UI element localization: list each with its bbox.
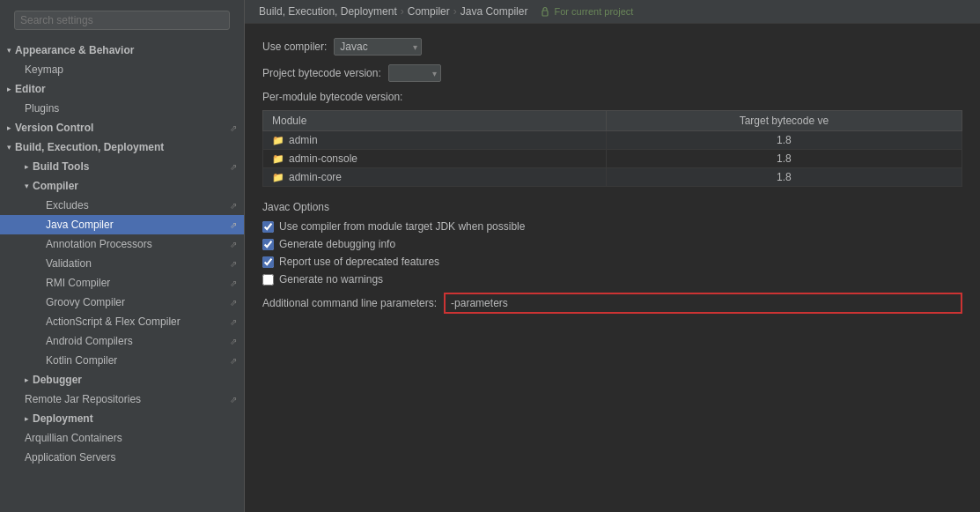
breadcrumb-separator-2: › (453, 5, 457, 18)
sidebar-item-application-servers[interactable]: Application Servers (0, 448, 244, 467)
external-icon: ⇗ (230, 395, 237, 404)
chevron-down-icon (7, 46, 11, 55)
checkbox-row-generate-no-warnings: Generate no warnings (262, 273, 962, 286)
sidebar-item-appearance-behavior[interactable]: Appearance & Behavior (0, 41, 244, 60)
use-compiler-label: Use compiler: (262, 41, 327, 53)
table-cell-module: 📁admin-console (263, 150, 607, 168)
sidebar-item-arquillian-containers[interactable]: Arquillian Containers (0, 428, 244, 448)
for-project-label: For current project (540, 6, 633, 17)
external-icon: ⇗ (230, 240, 237, 249)
chevron-down-icon (25, 182, 29, 190)
table-header-target: Target bytecode ve (606, 111, 962, 131)
external-icon: ⇗ (230, 259, 237, 269)
table-cell-module: 📁admin-core (263, 168, 607, 187)
sidebar-item-rmi-compiler[interactable]: RMI Compiler ⇗ (0, 273, 244, 293)
sidebar-item-actionscript-flex[interactable]: ActionScript & Flex Compiler ⇗ (0, 312, 244, 331)
external-icon: ⇗ (230, 201, 237, 211)
chevron-right-icon (25, 414, 29, 423)
checkbox-label-generate-debugging: Generate debugging info (279, 238, 395, 250)
chevron-right-icon (7, 123, 11, 132)
chevron-down-icon (7, 143, 11, 152)
main-content: Build, Execution, Deployment › Compiler … (245, 0, 980, 512)
table-cell-target: 1.8 (606, 150, 962, 168)
project-bytecode-row: Project bytecode version: (262, 64, 962, 82)
additional-params-input[interactable] (444, 293, 962, 314)
table-cell-target: 1.8 (606, 168, 962, 187)
module-icon: 📁 (272, 135, 284, 145)
bytecode-select[interactable] (388, 64, 441, 82)
external-icon: ⇗ (230, 162, 237, 172)
table-row: 📁admin-console 1.8 (263, 150, 962, 168)
module-icon: 📁 (272, 153, 284, 164)
external-icon: ⇗ (230, 337, 237, 346)
external-icon: ⇗ (230, 123, 237, 133)
table-row: 📁admin 1.8 (263, 131, 962, 150)
breadcrumb-separator-1: › (401, 5, 404, 18)
breadcrumb: Build, Execution, Deployment › Compiler … (245, 0, 980, 24)
sidebar-item-android-compilers[interactable]: Android Compilers ⇗ (0, 331, 244, 351)
checkbox-row-generate-debugging: Generate debugging info (262, 238, 962, 250)
external-icon: ⇗ (230, 356, 237, 366)
sidebar-item-version-control[interactable]: Version Control ⇗ (0, 118, 244, 137)
compiler-select-wrapper[interactable]: Javac (334, 38, 422, 56)
sidebar-item-build-tools[interactable]: Build Tools ⇗ (0, 157, 244, 176)
sidebar-item-excludes[interactable]: Excludes ⇗ (0, 196, 244, 215)
sidebar-item-validation[interactable]: Validation ⇗ (0, 254, 244, 273)
sidebar-item-annotation-processors[interactable]: Annotation Processors ⇗ (0, 234, 244, 254)
svg-rect-0 (542, 11, 548, 16)
sidebar-item-editor[interactable]: Editor (0, 79, 244, 99)
external-icon: ⇗ (230, 298, 237, 308)
checkbox-generate-debugging[interactable] (262, 239, 274, 250)
settings-sidebar: Appearance & Behavior Keymap Editor Plug… (0, 0, 245, 512)
javac-options-heading: Javac Options (262, 201, 962, 213)
external-icon: ⇗ (230, 278, 237, 288)
settings-content: Use compiler: Javac Project bytecode ver… (245, 24, 980, 512)
table-cell-target: 1.8 (606, 131, 962, 150)
sidebar-item-kotlin-compiler[interactable]: Kotlin Compiler ⇗ (0, 351, 244, 370)
bytecode-select-wrapper[interactable] (388, 64, 441, 82)
checkbox-row-use-compiler-module: Use compiler from module target JDK when… (262, 220, 962, 233)
breadcrumb-segment-1: Build, Execution, Deployment (259, 5, 397, 18)
table-header-module: Module (263, 111, 607, 131)
checkbox-label-generate-no-warnings: Generate no warnings (279, 273, 383, 286)
sidebar-item-compiler[interactable]: Compiler (0, 176, 244, 196)
sidebar-item-debugger[interactable]: Debugger (0, 370, 244, 390)
checkbox-report-deprecated[interactable] (262, 256, 274, 268)
per-module-label: Per-module bytecode version: (262, 91, 962, 103)
checkbox-use-compiler-module[interactable] (262, 221, 274, 233)
search-input[interactable] (14, 11, 230, 30)
project-bytecode-label: Project bytecode version: (262, 67, 381, 79)
checkbox-row-report-deprecated: Report use of deprecated features (262, 256, 962, 268)
table-row: 📁admin-core 1.8 (263, 168, 962, 187)
additional-params-row: Additional command line parameters: (262, 293, 962, 314)
table-cell-module: 📁admin (263, 131, 607, 150)
sidebar-item-java-compiler[interactable]: Java Compiler ⇗ (0, 215, 244, 234)
checkbox-generate-no-warnings[interactable] (262, 274, 274, 286)
checkboxes-container: Use compiler from module target JDK when… (262, 220, 962, 286)
chevron-right-icon (25, 162, 29, 171)
module-icon: 📁 (272, 172, 284, 182)
external-icon: ⇗ (230, 220, 237, 230)
use-compiler-row: Use compiler: Javac (262, 38, 962, 56)
sidebar-item-build-execution-deployment[interactable]: Build, Execution, Deployment (0, 137, 244, 157)
additional-params-label: Additional command line parameters: (262, 297, 437, 309)
breadcrumb-segment-2: Compiler (408, 5, 450, 18)
lock-icon (540, 6, 550, 17)
sidebar-item-groovy-compiler[interactable]: Groovy Compiler ⇗ (0, 293, 244, 312)
external-icon: ⇗ (230, 317, 237, 327)
chevron-right-icon (25, 375, 29, 384)
sidebar-item-plugins[interactable]: Plugins (0, 99, 244, 118)
sidebar-item-remote-jar-repositories[interactable]: Remote Jar Repositories ⇗ (0, 390, 244, 409)
checkbox-label-report-deprecated: Report use of deprecated features (279, 256, 439, 268)
sidebar-item-keymap[interactable]: Keymap (0, 60, 244, 79)
sidebar-item-deployment[interactable]: Deployment (0, 409, 244, 428)
compiler-select[interactable]: Javac (334, 38, 422, 56)
module-table: Module Target bytecode ve 📁admin 1.8 📁ad… (262, 110, 962, 187)
checkbox-label-use-compiler-module: Use compiler from module target JDK when… (279, 220, 525, 233)
breadcrumb-segment-3: Java Compiler (461, 5, 528, 18)
chevron-right-icon (7, 85, 11, 93)
